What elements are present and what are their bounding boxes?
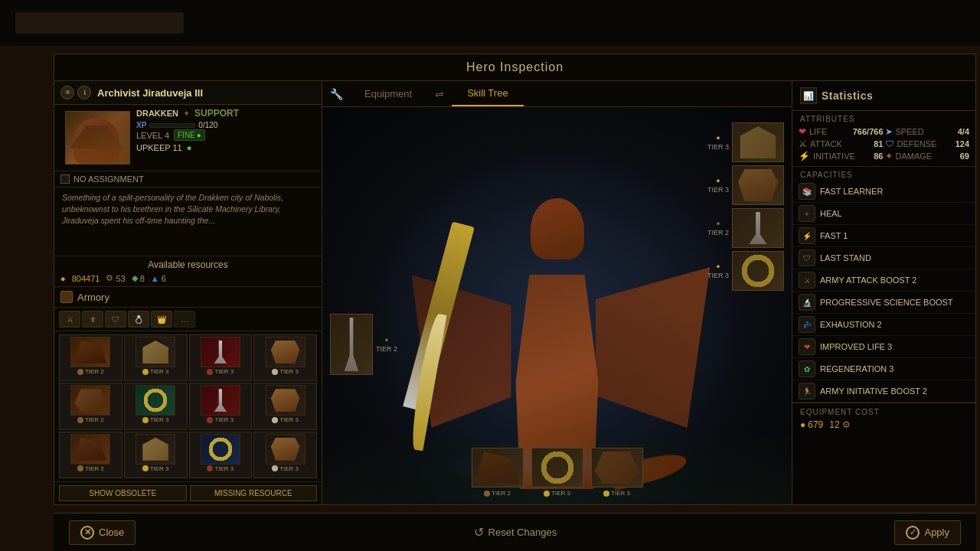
armory-item[interactable]: TIER 3	[189, 334, 253, 381]
close-icon: ✕	[80, 526, 94, 540]
gold-cost-icon: ●	[800, 419, 805, 430]
equip-tier-right-2: ● TIER 3	[707, 177, 729, 194]
filter-sword[interactable]: ⚔	[59, 311, 80, 328]
item-img	[266, 385, 305, 416]
tier-icon	[484, 491, 490, 497]
filter-misc[interactable]: …	[174, 311, 195, 328]
tier-label: TIER 3	[214, 416, 234, 423]
tier-badge: TIER 3	[272, 368, 299, 375]
equipment-slots-right: ● TIER 3 ● TIER 3	[707, 122, 784, 291]
tab-equipment[interactable]: Equipment	[349, 82, 427, 106]
attr-damage: ✦ DAMAGE 69	[885, 151, 970, 161]
filter-ring[interactable]: 💍	[128, 311, 149, 328]
item-img	[201, 337, 240, 367]
equip-img-right-3	[732, 208, 784, 248]
bottom-equip-2[interactable]: TIER 3	[531, 448, 583, 497]
armory-item[interactable]: TIER 3	[124, 432, 188, 478]
armory-item[interactable]: TIER 3	[253, 383, 317, 429]
tier-icon	[272, 417, 278, 423]
bottom-equip-1[interactable]: TIER 2	[472, 448, 524, 497]
attributes-label: ATTRIBUTES	[792, 111, 975, 125]
defense-icon: 🛡	[885, 139, 894, 149]
res1-value: 53	[116, 274, 125, 283]
tier-badge: TIER 3	[142, 368, 169, 375]
tier-icon	[207, 369, 213, 375]
cap-name-fast-1: FAST 1	[820, 231, 848, 240]
resources-title: Available resources	[60, 259, 315, 270]
close-button[interactable]: ✕ Close	[69, 520, 136, 545]
armory-item[interactable]: TIER 3	[124, 383, 188, 429]
apply-button[interactable]: ✓ Apply	[894, 520, 961, 545]
equip-slot-left-1[interactable]: ● TIER 2	[330, 314, 397, 375]
cap-name-heal: HEAL	[820, 209, 842, 218]
tier-icon	[142, 417, 149, 423]
tier-icon	[77, 465, 83, 471]
equip-slot-right-3[interactable]: ● TIER 2	[707, 208, 784, 248]
tier-badge: TIER 3	[207, 416, 234, 423]
content-area: 👁 ℹ Archivist Jiraduveja III DRAKKEN ✦ S…	[54, 81, 975, 504]
armory-item[interactable]: TIER 3	[189, 383, 253, 429]
armory-item[interactable]: TIER 3	[189, 432, 253, 478]
armory-item[interactable]: TIER 3	[253, 334, 317, 381]
tier-badge: TIER 3	[142, 465, 169, 472]
equip-slot-right-2[interactable]: ● TIER 3	[707, 165, 784, 205]
cap-name-army-attack: ARMY ATTACK BOOST 2	[820, 276, 916, 285]
armory-item[interactable]: TIER 3	[253, 432, 317, 478]
tier-badge: TIER 3	[272, 416, 299, 423]
tab-skill-tree[interactable]: Skill Tree	[452, 81, 523, 106]
hero-description: Something of a split-personality of the …	[54, 187, 322, 256]
attack-value: 81	[874, 139, 883, 148]
hero-name: Archivist Jiraduveja III	[97, 87, 203, 99]
damage-name: DAMAGE	[896, 152, 933, 161]
attr-speed: ➤ SPEED 4/4	[885, 126, 970, 137]
reset-label: Reset Changes	[488, 527, 557, 538]
armory-item[interactable]: TIER 2	[59, 432, 122, 478]
defense-name: DEFENSE	[897, 139, 937, 148]
tier-icon	[544, 491, 550, 497]
tier-label: TIER 3	[150, 465, 169, 472]
gold-cost-value: 679	[808, 419, 823, 430]
cap-icon-science: 🔬	[799, 294, 815, 311]
filter-dagger[interactable]: 🗡	[82, 311, 103, 328]
item-img	[266, 434, 305, 465]
attr-life: ❤ LIFE 766/766	[799, 126, 884, 137]
armory-item[interactable]: TIER 2	[59, 383, 122, 429]
window-title: Hero Inspection	[54, 54, 975, 81]
life-name: LIFE	[809, 127, 827, 136]
equipment-cost-section: EQUIPMENT COST ● 679 12 ⚙	[792, 403, 975, 435]
equip-img-right-4	[732, 251, 784, 291]
item-img	[201, 385, 240, 416]
bottom-tier-3: TIER 3	[603, 490, 630, 497]
level-row: LEVEL 4 FINE ●	[136, 129, 317, 141]
reset-button[interactable]: ↺ Reset Changes	[474, 525, 557, 540]
capacity-exhaustion: 💤 EXHAUSTION 2	[792, 314, 975, 336]
cap-icon-army-initiative: 🏃	[799, 383, 815, 399]
res3-value: 6	[162, 274, 166, 283]
res-cost-icon: ⚙	[842, 419, 851, 430]
armory-item[interactable]: TIER 2	[59, 334, 122, 381]
filter-shield[interactable]: 🛡	[105, 311, 126, 328]
cost-resource: 12 ⚙	[829, 419, 850, 430]
top-bar	[0, 0, 980, 46]
hero-figure	[458, 198, 657, 489]
tier-badge: TIER 3	[207, 465, 234, 472]
filter-helm[interactable]: 👑	[151, 311, 172, 328]
bottom-equip-3[interactable]: TIER 3	[591, 448, 643, 497]
xp-label: XP	[136, 121, 146, 129]
show-obsolete-button[interactable]: SHOW OBSOLETE	[59, 485, 187, 501]
tier-label: TIER 3	[279, 465, 299, 472]
upkeep-dot: ●	[187, 143, 192, 152]
capacity-army-attack-boost: ⚔ ARMY ATTACK BOOST 2	[792, 269, 975, 292]
wrench-icon: 🔧	[330, 88, 343, 100]
missing-resource-button[interactable]: MISSING RESOURCE	[190, 485, 318, 501]
item-img	[201, 434, 240, 465]
equip-slot-right-1[interactable]: ● TIER 3	[707, 122, 784, 162]
armory-item[interactable]: TIER 3	[124, 334, 188, 381]
assignment-checkbox[interactable]	[60, 174, 70, 184]
equip-slot-right-4[interactable]: ● TIER 3	[707, 251, 784, 291]
resources-section: Available resources ● 804471 ⚙ 53 ◆ 8 ▲ …	[54, 256, 322, 287]
cap-icon-exhaustion: 💤	[799, 316, 815, 333]
armory-title: Armory	[77, 292, 109, 303]
cap-name-exhaustion: EXHAUSTION 2	[820, 320, 882, 329]
condition-dot: ●	[197, 131, 201, 139]
